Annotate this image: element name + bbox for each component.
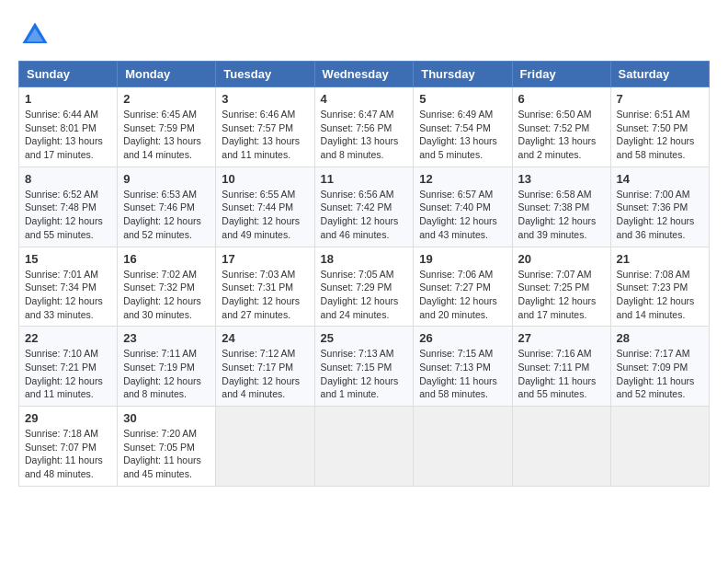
- daylight-label: Daylight: 12 hours and 8 minutes.: [123, 375, 201, 400]
- sunset-label: Sunset: 7:11 PM: [518, 362, 590, 373]
- sunset-label: Sunset: 7:36 PM: [617, 201, 688, 213]
- sunset-label: Sunset: 7:07 PM: [25, 442, 97, 453]
- daylight-label: Daylight: 12 hours and 24 minutes.: [321, 295, 399, 320]
- day-info: Sunrise: 6:55 AM Sunset: 7:44 PM Dayligh…: [222, 188, 308, 242]
- calendar-cell: 8 Sunrise: 6:52 AM Sunset: 7:48 PM Dayli…: [19, 167, 118, 247]
- day-number: 4: [321, 92, 408, 106]
- day-info: Sunrise: 6:53 AM Sunset: 7:46 PM Dayligh…: [123, 188, 210, 242]
- day-info: Sunrise: 7:08 AM Sunset: 7:23 PM Dayligh…: [617, 268, 703, 322]
- day-info: Sunrise: 7:13 AM Sunset: 7:15 PM Dayligh…: [321, 347, 408, 401]
- day-info: Sunrise: 6:52 AM Sunset: 7:48 PM Dayligh…: [25, 188, 111, 242]
- day-info: Sunrise: 6:49 AM Sunset: 7:54 PM Dayligh…: [419, 108, 506, 162]
- sunset-label: Sunset: 7:56 PM: [321, 122, 392, 133]
- calendar-cell: 25 Sunrise: 7:13 AM Sunset: 7:15 PM Dayl…: [314, 327, 414, 407]
- sunrise-label: Sunrise: 6:57 AM: [419, 189, 493, 200]
- daylight-label: Daylight: 12 hours and 55 minutes.: [25, 215, 103, 240]
- sunrise-label: Sunrise: 7:12 AM: [222, 348, 295, 359]
- logo: [18, 18, 57, 52]
- calendar-week-row: 15 Sunrise: 7:01 AM Sunset: 7:34 PM Dayl…: [19, 247, 710, 327]
- calendar-week-row: 8 Sunrise: 6:52 AM Sunset: 7:48 PM Dayli…: [19, 167, 710, 247]
- daylight-label: Daylight: 11 hours and 45 minutes.: [123, 454, 201, 479]
- daylight-label: Daylight: 12 hours and 17 minutes.: [518, 295, 597, 320]
- day-number: 8: [25, 172, 111, 186]
- day-info: Sunrise: 7:18 AM Sunset: 7:07 PM Dayligh…: [25, 427, 111, 481]
- daylight-label: Daylight: 13 hours and 17 minutes.: [25, 135, 103, 160]
- daylight-label: Daylight: 12 hours and 27 minutes.: [222, 295, 300, 320]
- day-info: Sunrise: 6:47 AM Sunset: 7:56 PM Dayligh…: [321, 108, 408, 162]
- logo-icon: [18, 18, 51, 52]
- sunrise-label: Sunrise: 6:58 AM: [518, 189, 592, 200]
- daylight-label: Daylight: 12 hours and 58 minutes.: [617, 135, 695, 160]
- daylight-label: Daylight: 12 hours and 46 minutes.: [321, 215, 399, 240]
- sunset-label: Sunset: 7:25 PM: [518, 282, 590, 293]
- sunrise-label: Sunrise: 6:49 AM: [419, 109, 493, 120]
- day-number: 10: [222, 172, 308, 186]
- day-info: Sunrise: 7:12 AM Sunset: 7:17 PM Dayligh…: [222, 347, 308, 401]
- daylight-label: Daylight: 12 hours and 30 minutes.: [123, 295, 201, 320]
- day-info: Sunrise: 6:57 AM Sunset: 7:40 PM Dayligh…: [419, 188, 506, 242]
- calendar-table: SundayMondayTuesdayWednesdayThursdayFrid…: [18, 61, 710, 487]
- day-number: 12: [419, 172, 506, 186]
- sunrise-label: Sunrise: 7:20 AM: [123, 428, 197, 439]
- calendar-cell: 13 Sunrise: 6:58 AM Sunset: 7:38 PM Dayl…: [512, 167, 610, 247]
- calendar-header-sunday: Sunday: [19, 62, 118, 87]
- calendar-cell: 29 Sunrise: 7:18 AM Sunset: 7:07 PM Dayl…: [19, 407, 118, 487]
- sunset-label: Sunset: 7:57 PM: [222, 122, 293, 133]
- daylight-label: Daylight: 11 hours and 52 minutes.: [617, 375, 695, 400]
- sunrise-label: Sunrise: 7:07 AM: [518, 269, 592, 280]
- calendar-cell: [414, 407, 512, 487]
- calendar-cell: 15 Sunrise: 7:01 AM Sunset: 7:34 PM Dayl…: [19, 247, 118, 327]
- calendar-cell: [216, 407, 314, 487]
- sunrise-label: Sunrise: 7:06 AM: [419, 269, 493, 280]
- sunrise-label: Sunrise: 6:50 AM: [518, 109, 592, 120]
- day-number: 24: [222, 331, 308, 345]
- day-info: Sunrise: 7:03 AM Sunset: 7:31 PM Dayligh…: [222, 268, 308, 322]
- calendar-cell: 28 Sunrise: 7:17 AM Sunset: 7:09 PM Dayl…: [610, 327, 709, 407]
- calendar-cell: 2 Sunrise: 6:45 AM Sunset: 7:59 PM Dayli…: [118, 87, 216, 167]
- sunrise-label: Sunrise: 6:44 AM: [25, 109, 98, 120]
- sunrise-label: Sunrise: 6:51 AM: [617, 109, 690, 120]
- day-number: 17: [222, 252, 308, 266]
- daylight-label: Daylight: 12 hours and 39 minutes.: [518, 215, 597, 240]
- calendar-cell: 9 Sunrise: 6:53 AM Sunset: 7:46 PM Dayli…: [118, 167, 216, 247]
- daylight-label: Daylight: 11 hours and 55 minutes.: [518, 375, 597, 400]
- sunrise-label: Sunrise: 7:03 AM: [222, 269, 295, 280]
- daylight-label: Daylight: 12 hours and 11 minutes.: [25, 375, 103, 400]
- day-number: 25: [321, 331, 408, 345]
- day-number: 13: [518, 172, 605, 186]
- sunset-label: Sunset: 7:13 PM: [419, 362, 491, 373]
- sunrise-label: Sunrise: 7:10 AM: [25, 348, 98, 359]
- calendar-cell: 3 Sunrise: 6:46 AM Sunset: 7:57 PM Dayli…: [216, 87, 314, 167]
- day-info: Sunrise: 7:06 AM Sunset: 7:27 PM Dayligh…: [419, 268, 506, 322]
- sunset-label: Sunset: 7:23 PM: [617, 282, 688, 293]
- calendar-cell: 17 Sunrise: 7:03 AM Sunset: 7:31 PM Dayl…: [216, 247, 314, 327]
- calendar-cell: 24 Sunrise: 7:12 AM Sunset: 7:17 PM Dayl…: [216, 327, 314, 407]
- day-number: 23: [123, 331, 210, 345]
- calendar-cell: 20 Sunrise: 7:07 AM Sunset: 7:25 PM Dayl…: [512, 247, 610, 327]
- day-number: 9: [123, 172, 210, 186]
- day-info: Sunrise: 7:05 AM Sunset: 7:29 PM Dayligh…: [321, 268, 408, 322]
- day-info: Sunrise: 7:11 AM Sunset: 7:19 PM Dayligh…: [123, 347, 210, 401]
- day-number: 7: [617, 92, 703, 106]
- day-info: Sunrise: 7:07 AM Sunset: 7:25 PM Dayligh…: [518, 268, 605, 322]
- calendar-cell: 10 Sunrise: 6:55 AM Sunset: 7:44 PM Dayl…: [216, 167, 314, 247]
- sunrise-label: Sunrise: 7:13 AM: [321, 348, 394, 359]
- day-number: 5: [419, 92, 506, 106]
- day-info: Sunrise: 7:02 AM Sunset: 7:32 PM Dayligh…: [123, 268, 210, 322]
- sunrise-label: Sunrise: 7:17 AM: [617, 348, 690, 359]
- day-number: 14: [617, 172, 703, 186]
- daylight-label: Daylight: 12 hours and 1 minute.: [321, 375, 399, 400]
- sunset-label: Sunset: 7:52 PM: [518, 122, 590, 133]
- sunset-label: Sunset: 7:05 PM: [123, 442, 195, 453]
- daylight-label: Daylight: 12 hours and 20 minutes.: [419, 295, 497, 320]
- sunset-label: Sunset: 7:15 PM: [321, 362, 392, 373]
- sunset-label: Sunset: 7:44 PM: [222, 201, 293, 213]
- calendar-cell: 27 Sunrise: 7:16 AM Sunset: 7:11 PM Dayl…: [512, 327, 610, 407]
- daylight-label: Daylight: 12 hours and 4 minutes.: [222, 375, 300, 400]
- sunrise-label: Sunrise: 7:01 AM: [25, 269, 98, 280]
- day-info: Sunrise: 7:01 AM Sunset: 7:34 PM Dayligh…: [25, 268, 111, 322]
- day-info: Sunrise: 6:56 AM Sunset: 7:42 PM Dayligh…: [321, 188, 408, 242]
- daylight-label: Daylight: 13 hours and 8 minutes.: [321, 135, 399, 160]
- day-number: 18: [321, 252, 408, 266]
- day-number: 22: [25, 331, 111, 345]
